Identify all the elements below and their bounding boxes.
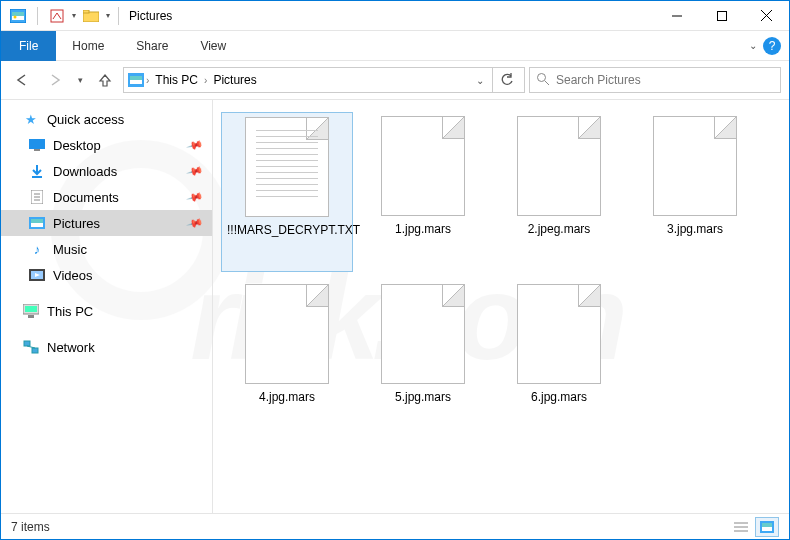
sidebar-item-label: Quick access <box>47 112 124 127</box>
sidebar-item-label: This PC <box>47 304 93 319</box>
sidebar-this-pc[interactable]: This PC <box>1 298 212 324</box>
forward-button[interactable] <box>41 66 69 94</box>
maximize-button[interactable] <box>699 1 744 31</box>
svg-rect-33 <box>32 348 38 353</box>
file-item[interactable]: 5.jpg.mars <box>357 280 489 440</box>
tab-share[interactable]: Share <box>120 31 184 61</box>
downloads-icon <box>29 163 45 179</box>
app-icon <box>7 5 29 27</box>
file-item[interactable]: !!!MARS_DECRYPT.TXT <box>221 112 353 272</box>
file-thumbnail <box>517 284 601 384</box>
navigation-pane: ★ Quick access Desktop 📌 Downloads 📌 Doc… <box>1 100 213 513</box>
file-name: 3.jpg.mars <box>667 222 723 236</box>
file-thumbnail <box>517 116 601 216</box>
location-icon <box>128 72 144 88</box>
chevron-right-icon[interactable]: › <box>204 75 207 86</box>
breadcrumb-this-pc[interactable]: This PC <box>151 73 202 87</box>
svg-rect-31 <box>28 315 34 318</box>
file-item[interactable]: 1.jpg.mars <box>357 112 489 272</box>
sidebar-item-label: Documents <box>53 190 119 205</box>
file-name: 2.jpeg.mars <box>528 222 591 236</box>
file-name: 1.jpg.mars <box>395 222 451 236</box>
svg-rect-32 <box>24 341 30 346</box>
svg-line-34 <box>27 346 35 348</box>
network-icon <box>23 339 39 355</box>
tab-home[interactable]: Home <box>56 31 120 61</box>
thumbnails-view-button[interactable] <box>755 517 779 537</box>
videos-icon <box>29 267 45 283</box>
chevron-right-icon[interactable]: › <box>146 75 149 86</box>
qat-separator <box>118 7 119 25</box>
files-view[interactable]: !!!MARS_DECRYPT.TXT 1.jpg.mars 2.jpeg.ma… <box>213 100 789 513</box>
sidebar-item-downloads[interactable]: Downloads 📌 <box>1 158 212 184</box>
window-controls <box>654 1 789 31</box>
refresh-button[interactable] <box>492 68 520 92</box>
svg-rect-6 <box>83 10 89 13</box>
file-tab[interactable]: File <box>1 31 56 61</box>
file-thumbnail <box>381 116 465 216</box>
sidebar-item-label: Network <box>47 340 95 355</box>
qat-new-folder-button[interactable] <box>80 5 102 27</box>
sidebar-item-desktop[interactable]: Desktop 📌 <box>1 132 212 158</box>
star-icon: ★ <box>23 111 39 127</box>
svg-rect-17 <box>34 149 40 151</box>
window-title: Pictures <box>123 9 172 23</box>
sidebar-quick-access[interactable]: ★ Quick access <box>1 106 212 132</box>
close-button[interactable] <box>744 1 789 31</box>
svg-point-14 <box>538 73 546 81</box>
svg-rect-2 <box>12 12 24 16</box>
documents-icon <box>29 189 45 205</box>
sidebar-item-pictures[interactable]: Pictures 📌 <box>1 210 212 236</box>
file-item[interactable]: 6.jpg.mars <box>493 280 625 440</box>
breadcrumb-pictures[interactable]: Pictures <box>209 73 260 87</box>
svg-line-15 <box>545 81 549 85</box>
ribbon-expand-icon[interactable]: ⌄ <box>749 40 757 51</box>
svg-rect-4 <box>51 10 63 22</box>
file-item[interactable]: 3.jpg.mars <box>629 112 761 272</box>
back-button[interactable] <box>9 66 37 94</box>
file-name: !!!MARS_DECRYPT.TXT <box>227 223 347 237</box>
status-bar: 7 items <box>1 513 789 539</box>
svg-rect-13 <box>130 76 142 80</box>
file-item[interactable]: 2.jpeg.mars <box>493 112 625 272</box>
sidebar-item-documents[interactable]: Documents 📌 <box>1 184 212 210</box>
status-item-count: 7 items <box>11 520 50 534</box>
details-view-button[interactable] <box>729 517 753 537</box>
minimize-button[interactable] <box>654 1 699 31</box>
help-button[interactable]: ? <box>763 37 781 55</box>
pin-icon: 📌 <box>186 162 205 180</box>
pictures-icon <box>29 215 45 231</box>
svg-rect-40 <box>762 523 772 527</box>
file-name: 6.jpg.mars <box>531 390 587 404</box>
this-pc-icon <box>23 303 39 319</box>
tab-view[interactable]: View <box>184 31 242 61</box>
qat-properties-button[interactable] <box>46 5 68 27</box>
file-thumbnail <box>245 117 329 217</box>
svg-rect-25 <box>31 219 43 223</box>
file-name: 5.jpg.mars <box>395 390 451 404</box>
up-button[interactable] <box>91 66 119 94</box>
title-bar: ▾ ▾ Pictures <box>1 1 789 31</box>
navigation-row: ▾ › This PC › Pictures ⌄ Search Pictures <box>1 61 789 99</box>
sidebar-item-music[interactable]: ♪ Music <box>1 236 212 262</box>
address-dropdown[interactable]: ⌄ <box>470 75 490 86</box>
content-area: risk.com ★ Quick access Desktop 📌 Downlo… <box>1 99 789 513</box>
quick-access-toolbar: ▾ ▾ <box>1 5 123 27</box>
pin-icon: 📌 <box>186 214 205 232</box>
address-bar[interactable]: › This PC › Pictures ⌄ <box>123 67 525 93</box>
recent-locations-dropdown[interactable]: ▾ <box>73 66 87 94</box>
sidebar-item-videos[interactable]: Videos <box>1 262 212 288</box>
svg-rect-16 <box>29 139 45 149</box>
qat-customize-dropdown[interactable]: ▾ <box>106 11 110 20</box>
sidebar-item-label: Music <box>53 242 87 257</box>
sidebar-network[interactable]: Network <box>1 334 212 360</box>
music-icon: ♪ <box>29 241 45 257</box>
file-name: 4.jpg.mars <box>259 390 315 404</box>
file-thumbnail <box>381 284 465 384</box>
sidebar-item-label: Downloads <box>53 164 117 179</box>
sidebar-item-label: Videos <box>53 268 93 283</box>
search-box[interactable]: Search Pictures <box>529 67 781 93</box>
file-item[interactable]: 4.jpg.mars <box>221 280 353 440</box>
qat-properties-dropdown[interactable]: ▾ <box>72 11 76 20</box>
sidebar-item-label: Desktop <box>53 138 101 153</box>
